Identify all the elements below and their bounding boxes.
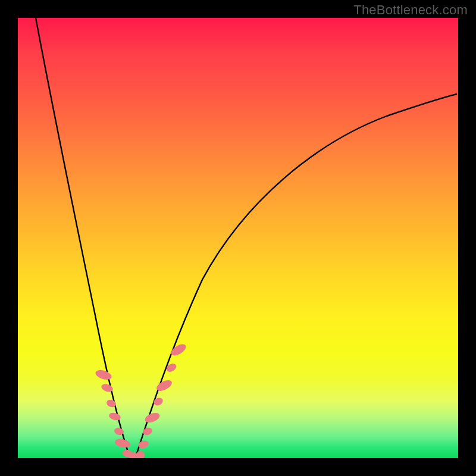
curve-layer (18, 18, 458, 458)
bead (143, 411, 161, 425)
bead (108, 412, 121, 422)
v-curve (36, 18, 457, 457)
bead (169, 342, 187, 358)
bead (152, 396, 164, 407)
bead (114, 437, 131, 449)
chart-frame: TheBottleneck.com (0, 0, 476, 476)
bead (95, 368, 113, 381)
watermark-text: TheBottleneck.com (353, 2, 468, 18)
plot-area (18, 18, 458, 458)
